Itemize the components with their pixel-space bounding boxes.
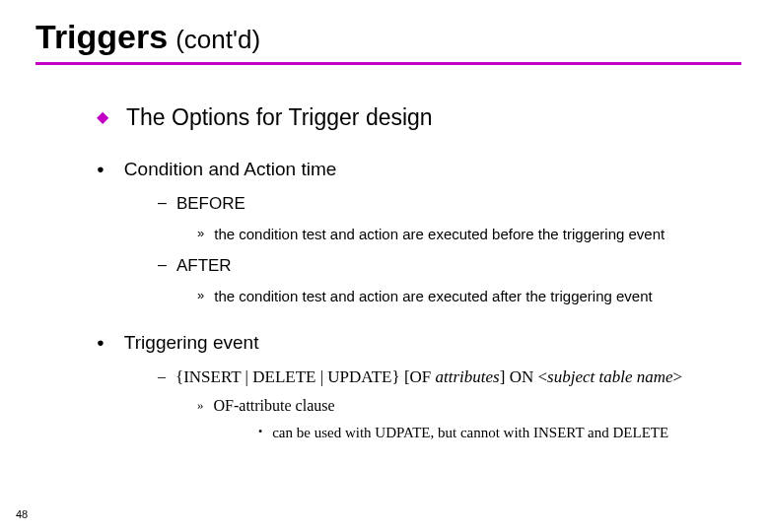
slide-body: ◆ The Options for Trigger design ● Condi… <box>35 104 741 441</box>
lv1-text: The Options for Trigger design <box>126 104 433 131</box>
lv4-text: the condition test and action are execut… <box>214 288 652 304</box>
lv3-text: BEFORE <box>176 194 245 214</box>
lv4-item: » the condition test and action are exec… <box>197 288 741 304</box>
dash-icon: – <box>158 256 167 274</box>
disc-icon: ● <box>97 335 105 350</box>
bullet-icon: • <box>258 425 262 439</box>
raquo-icon: » <box>197 397 204 413</box>
title-bold: Triggers <box>35 18 168 56</box>
slide-title: Triggers (cont'd) <box>35 18 741 56</box>
dash-icon: – <box>158 367 166 385</box>
syntax-p4: subject table name <box>547 367 672 386</box>
diamond-icon: ◆ <box>97 107 108 126</box>
title-light: (cont'd) <box>175 25 260 55</box>
lv5-item: • can be used with UDPATE, but cannot wi… <box>258 425 741 441</box>
disc-icon: ● <box>97 162 105 176</box>
lv2-item: ● Condition and Action time <box>97 159 741 180</box>
syntax-line: {INSERT | DELETE | UPDATE} [OF attribute… <box>175 367 682 387</box>
lv2-item: ● Triggering event <box>97 332 741 354</box>
lv3-item: – BEFORE <box>158 194 741 214</box>
lv2-text: Condition and Action time <box>124 159 336 180</box>
lv4-text: the condition test and action are execut… <box>214 226 664 242</box>
lv4-text: OF-attribute clause <box>214 397 335 415</box>
raquo-icon: » <box>197 226 204 240</box>
page-number: 48 <box>16 508 28 520</box>
syntax-p5: > <box>673 367 683 386</box>
lv1-item: ◆ The Options for Trigger design <box>97 104 741 131</box>
title-divider <box>35 62 741 65</box>
syntax-p1: {INSERT | DELETE | UPDATE} [OF <box>175 367 436 386</box>
lv3-syntax: – {INSERT | DELETE | UPDATE} [OF attribu… <box>158 367 741 387</box>
syntax-p3: ] ON < <box>500 367 547 386</box>
dash-icon: – <box>158 194 167 212</box>
lv3-item: – AFTER <box>158 256 741 276</box>
lv5-text: can be used with UDPATE, but cannot with… <box>272 425 668 441</box>
lv2-text: Triggering event <box>124 332 259 354</box>
lv4-item: » OF-attribute clause <box>197 397 741 415</box>
lv4-item: » the condition test and action are exec… <box>197 226 741 242</box>
raquo-icon: » <box>197 288 204 302</box>
lv3-text: AFTER <box>176 256 232 276</box>
syntax-p2: attributes <box>436 367 500 386</box>
